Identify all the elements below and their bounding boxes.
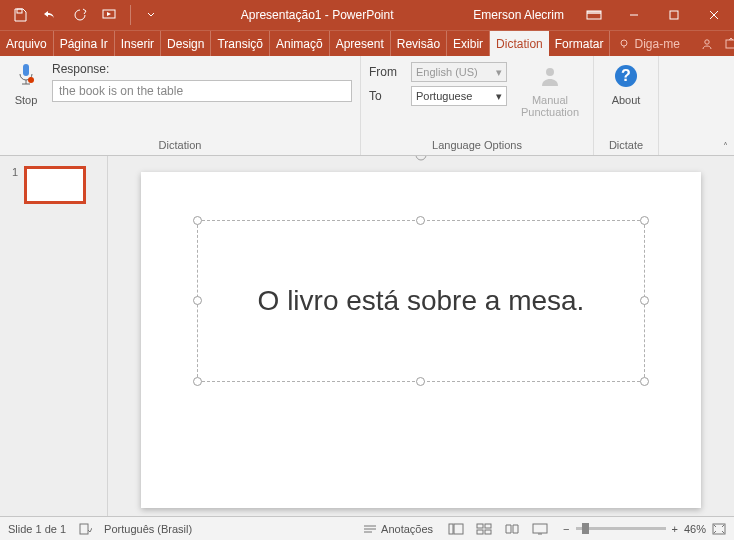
svg-rect-25 bbox=[485, 524, 491, 528]
svg-point-17 bbox=[416, 156, 426, 160]
quick-access-toolbar bbox=[0, 3, 171, 27]
chevron-down-icon: ▾ bbox=[496, 90, 502, 103]
about-button[interactable]: ? About bbox=[602, 62, 650, 106]
resize-handle[interactable] bbox=[640, 216, 649, 225]
tell-me-search[interactable]: Diga-me bbox=[610, 31, 687, 56]
svg-text:?: ? bbox=[621, 67, 631, 84]
manual-punctuation-button[interactable]: Manual Punctuation bbox=[515, 62, 585, 118]
resize-handle[interactable] bbox=[640, 296, 649, 305]
resize-handle[interactable] bbox=[193, 377, 202, 386]
svg-point-8 bbox=[705, 39, 709, 43]
share-icon[interactable] bbox=[724, 37, 734, 51]
microphone-icon bbox=[12, 62, 40, 90]
dictation-group-label: Dictation bbox=[0, 139, 360, 155]
svg-rect-18 bbox=[80, 524, 88, 534]
notes-icon bbox=[363, 524, 377, 534]
to-label: To bbox=[369, 89, 405, 103]
response-input[interactable] bbox=[52, 80, 352, 102]
tab-apresentacao[interactable]: Apresent bbox=[330, 31, 391, 56]
stop-button[interactable]: Stop bbox=[8, 62, 44, 106]
resize-handle[interactable] bbox=[416, 216, 425, 225]
svg-point-13 bbox=[28, 77, 34, 83]
rotate-handle-icon[interactable] bbox=[414, 156, 428, 162]
slide[interactable]: O livro está sobre a mesa. bbox=[141, 172, 701, 508]
zoom-level[interactable]: 46% bbox=[684, 523, 706, 535]
slide-thumbnails-pane[interactable]: 1 bbox=[0, 156, 108, 516]
dictate-group: ? About Dictate bbox=[594, 56, 659, 155]
zoom-in-button[interactable]: + bbox=[672, 523, 678, 535]
svg-rect-9 bbox=[726, 40, 734, 48]
svg-rect-22 bbox=[449, 524, 453, 534]
slide-canvas[interactable]: O livro está sobre a mesa. bbox=[108, 156, 734, 516]
tab-dictation[interactable]: Dictation bbox=[490, 31, 549, 56]
redo-icon[interactable] bbox=[68, 3, 92, 27]
tab-arquivo[interactable]: Arquivo bbox=[0, 31, 54, 56]
signin-icon[interactable] bbox=[700, 37, 714, 51]
tab-exibir[interactable]: Exibir bbox=[447, 31, 490, 56]
account-name[interactable]: Emerson Alecrim bbox=[463, 8, 574, 22]
resize-handle[interactable] bbox=[193, 216, 202, 225]
zoom-slider[interactable] bbox=[576, 527, 666, 530]
ribbon-tabs: Arquivo Página Ir Inserir Design Transiç… bbox=[0, 30, 734, 56]
status-bar: Slide 1 de 1 Português (Brasil) Anotaçõe… bbox=[0, 516, 734, 540]
maximize-icon[interactable] bbox=[654, 0, 694, 30]
tab-revisao[interactable]: Revisão bbox=[391, 31, 447, 56]
slide-indicator[interactable]: Slide 1 de 1 bbox=[8, 523, 66, 535]
about-label: About bbox=[612, 94, 641, 106]
tab-formatar[interactable]: Formatar bbox=[549, 31, 611, 56]
dictation-group: Stop Response: Dictation bbox=[0, 56, 361, 155]
view-buttons bbox=[445, 520, 551, 538]
slideshow-view-icon[interactable] bbox=[529, 520, 551, 538]
language-options-group: From English (US)▾ To Portuguese▾ Manual… bbox=[361, 56, 594, 155]
svg-rect-24 bbox=[477, 524, 483, 528]
resize-handle[interactable] bbox=[640, 377, 649, 386]
tab-design[interactable]: Design bbox=[161, 31, 211, 56]
manual-punctuation-label: Manual Punctuation bbox=[515, 94, 585, 118]
start-from-beginning-icon[interactable] bbox=[98, 3, 122, 27]
zoom-out-button[interactable]: − bbox=[563, 523, 569, 535]
tab-inserir[interactable]: Inserir bbox=[115, 31, 161, 56]
svg-rect-10 bbox=[23, 64, 29, 76]
to-language-select[interactable]: Portuguese▾ bbox=[411, 86, 507, 106]
svg-rect-3 bbox=[587, 11, 601, 14]
ribbon-display-options-icon[interactable] bbox=[574, 0, 614, 30]
slide-sorter-view-icon[interactable] bbox=[473, 520, 495, 538]
from-language-select[interactable]: English (US)▾ bbox=[411, 62, 507, 82]
tell-me-label: Diga-me bbox=[634, 37, 679, 51]
resize-handle[interactable] bbox=[193, 296, 202, 305]
window-title: Apresentação1 - PowerPoint bbox=[171, 8, 463, 22]
save-icon[interactable] bbox=[8, 3, 32, 27]
close-icon[interactable] bbox=[694, 0, 734, 30]
notes-label: Anotações bbox=[381, 523, 433, 535]
svg-rect-23 bbox=[454, 524, 463, 534]
fit-to-window-icon[interactable] bbox=[712, 523, 726, 535]
work-area: 1 O livro está sobre a mesa. bbox=[0, 156, 734, 516]
minimize-icon[interactable] bbox=[614, 0, 654, 30]
slide-thumbnail-1[interactable] bbox=[24, 166, 86, 204]
from-label: From bbox=[369, 65, 405, 79]
collapse-ribbon-icon[interactable]: ˄ bbox=[723, 141, 728, 152]
response-label: Response: bbox=[52, 62, 352, 76]
notes-button[interactable]: Anotações bbox=[363, 523, 433, 535]
thumbnail-number: 1 bbox=[12, 166, 18, 506]
textbox-text[interactable]: O livro está sobre a mesa. bbox=[258, 285, 585, 317]
zoom-slider-thumb[interactable] bbox=[582, 523, 589, 534]
person-icon bbox=[536, 62, 564, 90]
resize-handle[interactable] bbox=[416, 377, 425, 386]
customize-qat-icon[interactable] bbox=[139, 3, 163, 27]
lightbulb-icon bbox=[618, 38, 630, 50]
spellcheck-icon[interactable] bbox=[78, 522, 92, 536]
svg-point-6 bbox=[621, 40, 627, 46]
language-indicator[interactable]: Português (Brasil) bbox=[104, 523, 192, 535]
undo-icon[interactable] bbox=[38, 3, 62, 27]
title-bar: Apresentação1 - PowerPoint Emerson Alecr… bbox=[0, 0, 734, 30]
svg-rect-27 bbox=[485, 530, 491, 534]
help-icon: ? bbox=[612, 62, 640, 90]
title-textbox[interactable]: O livro está sobre a mesa. bbox=[197, 220, 645, 382]
tab-transicoes[interactable]: Transiçõ bbox=[211, 31, 270, 56]
normal-view-icon[interactable] bbox=[445, 520, 467, 538]
reading-view-icon[interactable] bbox=[501, 520, 523, 538]
zoom-controls: − + 46% bbox=[563, 523, 726, 535]
tab-pagina-inicial[interactable]: Página Ir bbox=[54, 31, 115, 56]
tab-animacoes[interactable]: Animaçõ bbox=[270, 31, 330, 56]
